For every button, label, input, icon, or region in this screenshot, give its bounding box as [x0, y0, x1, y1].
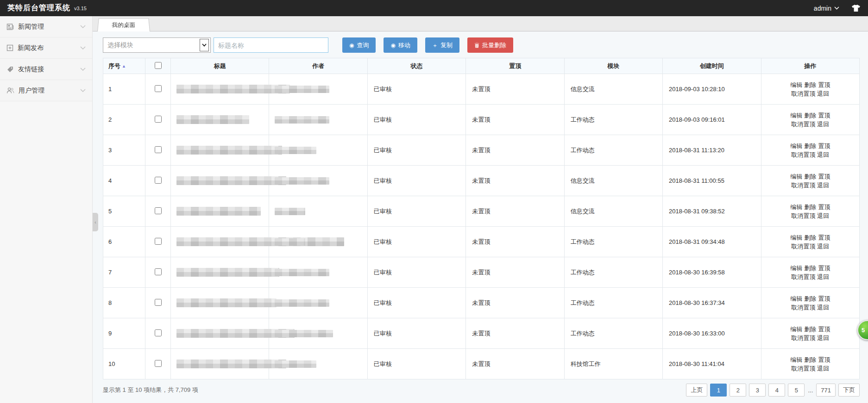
title-cell — [171, 349, 269, 379]
row-checkbox[interactable] — [155, 329, 162, 336]
sidebar-item-label: 新闻管理 — [18, 23, 80, 31]
module-select[interactable]: 选择模块 — [103, 37, 211, 53]
op-return[interactable]: 退回 — [817, 335, 829, 341]
sidebar: 新闻管理 新闻发布 友情链接 用户管理 — [0, 16, 93, 403]
op-pin[interactable]: 置顶 — [818, 173, 830, 180]
query-button[interactable]: ◉ 查询 — [342, 37, 376, 53]
op-delete[interactable]: 删除 — [804, 204, 816, 211]
op-edit[interactable]: 编辑 — [790, 173, 802, 180]
row-checkbox[interactable] — [155, 268, 162, 275]
redacted-author — [275, 360, 316, 368]
page-button-5[interactable]: 5 — [788, 384, 805, 397]
op-cancel-pin[interactable]: 取消置顶 — [791, 212, 815, 219]
op-edit[interactable]: 编辑 — [790, 112, 802, 119]
op-pin[interactable]: 置顶 — [818, 295, 830, 302]
op-pin[interactable]: 置顶 — [818, 326, 830, 333]
op-cancel-pin[interactable]: 取消置顶 — [791, 182, 815, 189]
sidebar-collapse-handle[interactable]: ‹ — [93, 213, 98, 231]
op-edit[interactable]: 编辑 — [790, 204, 802, 211]
op-cancel-pin[interactable]: 取消置顶 — [791, 90, 815, 97]
row-number-cell: 6 — [103, 227, 145, 257]
op-pin[interactable]: 置顶 — [818, 265, 830, 272]
row-checkbox[interactable] — [155, 85, 162, 92]
op-return[interactable]: 退回 — [817, 151, 829, 158]
sort-asc-icon[interactable]: ▲ — [122, 64, 126, 68]
created-time-cell: 2018-08-30 16:33:00 — [663, 318, 761, 349]
page-button-4[interactable]: 4 — [768, 384, 785, 397]
op-cancel-pin[interactable]: 取消置顶 — [791, 273, 815, 280]
sidebar-item-news-manage[interactable]: 新闻管理 — [0, 16, 92, 37]
op-cancel-pin[interactable]: 取消置顶 — [791, 304, 815, 311]
op-delete[interactable]: 删除 — [804, 112, 816, 119]
select-all-checkbox[interactable] — [155, 62, 162, 69]
op-cancel-pin[interactable]: 取消置顶 — [791, 151, 815, 158]
op-return[interactable]: 退回 — [817, 90, 829, 97]
page-button-3[interactable]: 3 — [749, 384, 766, 397]
title-search-input[interactable] — [214, 37, 328, 53]
op-cancel-pin[interactable]: 取消置顶 — [791, 365, 815, 372]
op-delete[interactable]: 删除 — [804, 173, 816, 180]
row-checkbox[interactable] — [155, 116, 162, 123]
op-return[interactable]: 退回 — [817, 243, 829, 250]
table-row: 1已审核未置顶信息交流2018-09-03 10:28:10编辑删除置顶取消置顶… — [103, 74, 860, 105]
sidebar-item-news-publish[interactable]: 新闻发布 — [0, 37, 92, 59]
redacted-author — [275, 147, 316, 154]
op-return[interactable]: 退回 — [817, 273, 829, 280]
op-edit[interactable]: 编辑 — [790, 265, 802, 272]
op-delete[interactable]: 删除 — [804, 356, 816, 363]
theme-tshirt-icon[interactable] — [851, 4, 861, 12]
op-pin[interactable]: 置顶 — [818, 356, 830, 363]
op-delete[interactable]: 删除 — [804, 143, 816, 149]
page-next-button[interactable]: 下页 — [838, 384, 860, 397]
page-prev-button[interactable]: 上页 — [686, 384, 707, 397]
page-button-2[interactable]: 2 — [730, 384, 746, 397]
user-menu[interactable]: admin — [814, 5, 839, 12]
op-return[interactable]: 退回 — [817, 304, 829, 311]
op-delete[interactable]: 删除 — [804, 326, 816, 333]
row-checkbox-cell — [145, 257, 171, 288]
redacted-title — [176, 268, 279, 277]
op-edit[interactable]: 编辑 — [790, 81, 802, 88]
row-checkbox[interactable] — [155, 238, 162, 245]
move-button[interactable]: ◉ 移动 — [384, 37, 417, 53]
row-checkbox[interactable] — [155, 360, 162, 367]
op-cancel-pin[interactable]: 取消置顶 — [791, 243, 815, 250]
op-pin[interactable]: 置顶 — [818, 234, 830, 241]
row-checkbox[interactable] — [155, 299, 162, 306]
row-checkbox[interactable] — [155, 177, 162, 184]
op-pin[interactable]: 置顶 — [818, 112, 830, 119]
op-pin[interactable]: 置顶 — [818, 143, 830, 149]
users-icon — [6, 87, 14, 94]
op-edit[interactable]: 编辑 — [790, 234, 802, 241]
op-edit[interactable]: 编辑 — [790, 326, 802, 333]
op-pin[interactable]: 置顶 — [818, 81, 830, 88]
row-checkbox[interactable] — [155, 207, 162, 214]
page-button-last[interactable]: 771 — [816, 384, 836, 397]
status-cell: 已审核 — [367, 135, 465, 166]
op-return[interactable]: 退回 — [817, 365, 829, 372]
op-delete[interactable]: 删除 — [804, 295, 816, 302]
sidebar-item-links[interactable]: 友情链接 — [0, 59, 92, 80]
op-delete[interactable]: 删除 — [804, 81, 816, 88]
op-edit[interactable]: 编辑 — [790, 295, 802, 302]
pinned-cell: 未置顶 — [466, 135, 564, 166]
op-delete[interactable]: 删除 — [804, 265, 816, 272]
op-cancel-pin[interactable]: 取消置顶 — [791, 335, 815, 341]
op-return[interactable]: 退回 — [817, 212, 829, 219]
op-return[interactable]: 退回 — [817, 182, 829, 189]
sidebar-item-users[interactable]: 用户管理 — [0, 80, 92, 101]
op-cancel-pin[interactable]: 取消置顶 — [791, 121, 815, 128]
plus-icon: ＋ — [432, 43, 438, 48]
batch-delete-button[interactable]: 批量删除 — [467, 37, 513, 53]
op-edit[interactable]: 编辑 — [790, 356, 802, 363]
status-cell: 已审核 — [367, 196, 465, 227]
status-cell: 已审核 — [367, 288, 465, 318]
tab-my-desktop[interactable]: 我的桌面 — [97, 19, 150, 31]
copy-button[interactable]: ＋ 复制 — [425, 37, 459, 53]
row-checkbox[interactable] — [155, 146, 162, 153]
op-edit[interactable]: 编辑 — [790, 143, 802, 149]
op-return[interactable]: 退回 — [817, 121, 829, 128]
op-delete[interactable]: 删除 — [804, 234, 816, 241]
page-button-1[interactable]: 1 — [710, 384, 727, 397]
op-pin[interactable]: 置顶 — [818, 204, 830, 211]
